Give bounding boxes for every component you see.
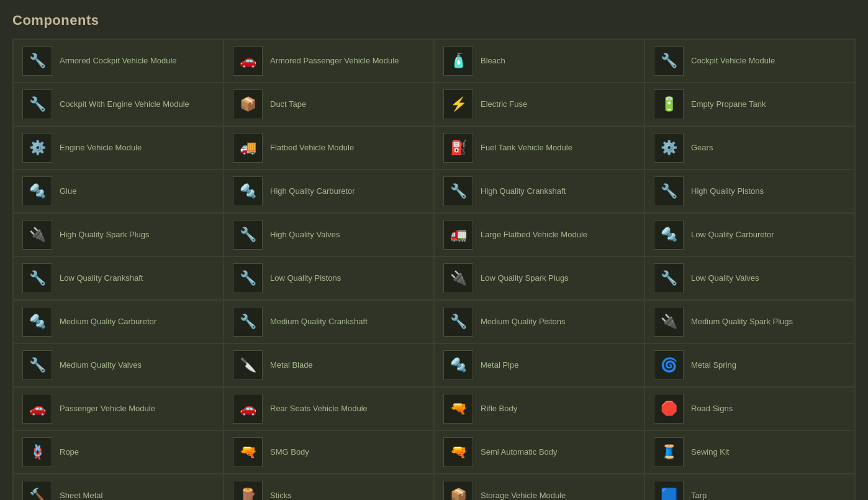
item-icon: 🔩 — [654, 220, 684, 250]
item-icon: 🔧 — [654, 46, 684, 76]
list-item[interactable]: 🚗Rear Seats Vehicle Module — [224, 387, 434, 430]
list-item[interactable]: 🚗Passenger Vehicle Module — [13, 387, 224, 430]
list-item[interactable]: 🔧Medium Quality Pistons — [434, 300, 644, 343]
item-icon: 📦 — [233, 89, 263, 119]
list-item[interactable]: 🔧Low Quality Valves — [644, 257, 855, 300]
item-label: Medium Quality Crankshaft — [270, 317, 368, 327]
list-item[interactable]: 🔨Sheet Metal — [13, 474, 224, 500]
item-icon: 🚗 — [233, 394, 263, 424]
list-item[interactable]: 🔧Cockpit Vehicle Module — [644, 39, 855, 83]
list-item[interactable]: 🔌Low Quality Spark Plugs — [434, 257, 644, 300]
item-icon: 📦 — [443, 481, 473, 500]
item-icon: 🌀 — [654, 350, 684, 380]
item-label: SMG Body — [270, 447, 309, 458]
item-label: Rear Seats Vehicle Module — [270, 404, 368, 414]
list-item[interactable]: 🔧Cockpit With Engine Vehicle Module — [13, 83, 224, 126]
list-item[interactable]: 🔧Medium Quality Valves — [13, 343, 224, 387]
item-icon: 🔧 — [22, 263, 52, 293]
item-label: Tarp — [691, 491, 707, 500]
item-label: Sheet Metal — [60, 491, 102, 500]
list-item[interactable]: 🔪Metal Blade — [224, 343, 434, 387]
item-label: Fuel Tank Vehicle Module — [481, 143, 572, 153]
item-label: Empty Propane Tank — [691, 99, 766, 110]
item-icon: 🔧 — [22, 350, 52, 380]
item-icon: 🔌 — [443, 263, 473, 293]
list-item[interactable]: 🔩Metal Pipe — [434, 343, 644, 387]
list-item[interactable]: 🟦Tarp — [644, 474, 855, 500]
list-item[interactable]: 🔩High Quality Carburetor — [224, 170, 434, 213]
item-icon: 🧴 — [443, 46, 473, 76]
list-item[interactable]: 🌀Metal Spring — [644, 343, 855, 387]
item-icon: 🔫 — [443, 437, 473, 467]
list-item[interactable]: 🔧Low Quality Pistons — [224, 257, 434, 300]
item-icon: 🔪 — [233, 350, 263, 380]
list-item[interactable]: 🚛Large Flatbed Vehicle Module — [434, 213, 644, 257]
item-label: Passenger Vehicle Module — [60, 404, 155, 414]
item-label: Large Flatbed Vehicle Module — [481, 230, 587, 240]
item-icon: 🔧 — [443, 176, 473, 206]
item-label: Low Quality Valves — [691, 273, 759, 284]
item-label: Bleach — [481, 56, 505, 66]
list-item[interactable]: 🧴Bleach — [434, 39, 644, 83]
item-label: High Quality Pistons — [691, 186, 764, 197]
item-icon: ⚡ — [443, 89, 473, 119]
item-icon: 🚗 — [233, 46, 263, 76]
item-icon: 🔩 — [22, 307, 52, 337]
item-icon: ⛽ — [443, 133, 473, 163]
item-label: Sewing Kit — [691, 447, 729, 458]
list-item[interactable]: 🔫SMG Body — [224, 430, 434, 474]
list-item[interactable]: 🔩Medium Quality Carburetor — [13, 300, 224, 343]
list-item[interactable]: 📦Storage Vehicle Module — [434, 474, 644, 500]
list-item[interactable]: ⚡Electric Fuse — [434, 83, 644, 126]
list-item[interactable]: 🔫Rifle Body — [434, 387, 644, 430]
list-item[interactable]: 🚚Flatbed Vehicle Module — [224, 126, 434, 170]
item-icon: 🔧 — [233, 263, 263, 293]
list-item[interactable]: 🪵Sticks — [224, 474, 434, 500]
item-icon: 🪢 — [22, 437, 52, 467]
list-item[interactable]: 🔧High Quality Crankshaft — [434, 170, 644, 213]
list-item[interactable]: 🧵Sewing Kit — [644, 430, 855, 474]
item-label: Low Quality Crankshaft — [60, 273, 143, 284]
item-icon: 🪵 — [233, 481, 263, 500]
list-item[interactable]: 🔌High Quality Spark Plugs — [13, 213, 224, 257]
item-label: Glue — [60, 186, 76, 197]
item-icon: 🔌 — [654, 307, 684, 337]
list-item[interactable]: ⛽Fuel Tank Vehicle Module — [434, 126, 644, 170]
item-icon: 🔌 — [22, 220, 52, 250]
item-label: Low Quality Pistons — [270, 273, 341, 284]
item-label: Storage Vehicle Module — [481, 491, 566, 500]
item-icon: 🔫 — [443, 394, 473, 424]
list-item[interactable]: 🔧Medium Quality Crankshaft — [224, 300, 434, 343]
list-item[interactable]: 🛑Road Signs — [644, 387, 855, 430]
item-label: Medium Quality Pistons — [481, 317, 566, 327]
item-icon: 🔧 — [654, 176, 684, 206]
list-item[interactable]: 🔋Empty Propane Tank — [644, 83, 855, 126]
list-item[interactable]: 📦Duct Tape — [224, 83, 434, 126]
list-item[interactable]: 🔧High Quality Valves — [224, 213, 434, 257]
item-label: Rope — [60, 447, 79, 458]
item-label: Road Signs — [691, 404, 733, 414]
item-icon: 🔧 — [233, 220, 263, 250]
item-icon: 🚚 — [233, 133, 263, 163]
list-item[interactable]: ⚙️Engine Vehicle Module — [13, 126, 224, 170]
item-icon: ⚙️ — [22, 133, 52, 163]
item-label: Metal Spring — [691, 360, 736, 371]
list-item[interactable]: ⚙️Gears — [644, 126, 855, 170]
item-label: Cockpit Vehicle Module — [691, 56, 775, 66]
list-item[interactable]: 🔧High Quality Pistons — [644, 170, 855, 213]
list-item[interactable]: 🚗Armored Passenger Vehicle Module — [224, 39, 434, 83]
item-icon: 🔫 — [233, 437, 263, 467]
list-item[interactable]: 🪢Rope — [13, 430, 224, 474]
item-label: Metal Pipe — [481, 360, 518, 371]
item-label: Sticks — [270, 491, 292, 500]
list-item[interactable]: 🔫Semi Automatic Body — [434, 430, 644, 474]
list-item[interactable]: 🔧Armored Cockpit Vehicle Module — [13, 39, 224, 83]
item-label: Armored Passenger Vehicle Module — [270, 56, 399, 66]
list-item[interactable]: 🔧Low Quality Crankshaft — [13, 257, 224, 300]
item-label: Cockpit With Engine Vehicle Module — [60, 99, 189, 110]
list-item[interactable]: 🔩Glue — [13, 170, 224, 213]
list-item[interactable]: 🔩Low Quality Carburetor — [644, 213, 855, 257]
item-icon: 🔋 — [654, 89, 684, 119]
item-icon: 🔩 — [443, 350, 473, 380]
list-item[interactable]: 🔌Medium Quality Spark Plugs — [644, 300, 855, 343]
